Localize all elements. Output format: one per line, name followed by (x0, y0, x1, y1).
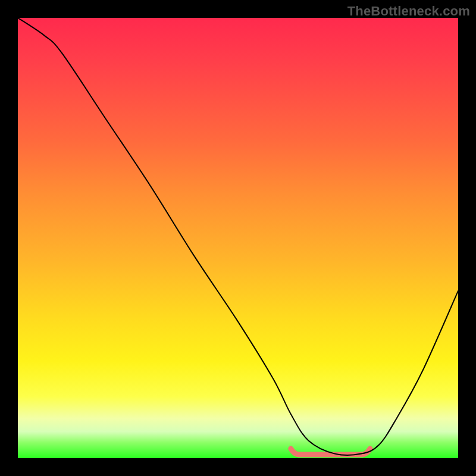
plot-area (18, 18, 458, 458)
bottleneck-curve (18, 18, 458, 458)
valley-highlight (18, 18, 458, 458)
watermark-text: TheBottleneck.com (347, 4, 470, 19)
chart-frame: TheBottleneck.com (0, 0, 476, 476)
